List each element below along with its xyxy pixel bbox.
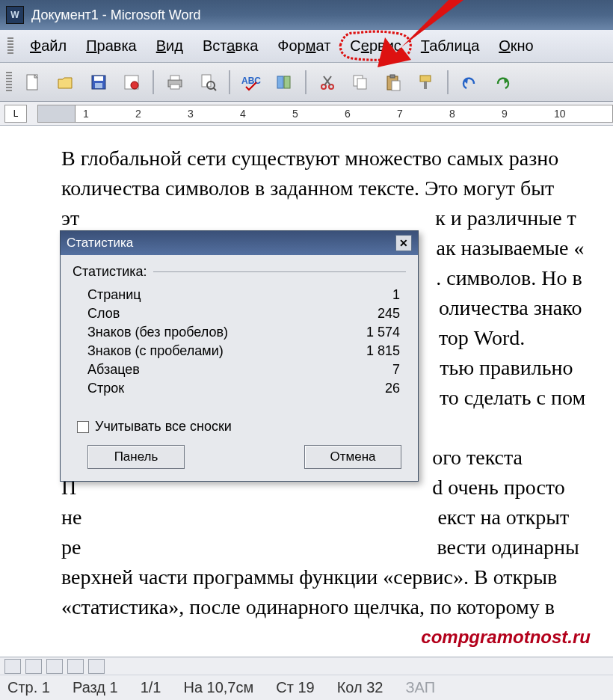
ruler-tick: 10 — [554, 108, 566, 120]
window-title: Документ1 - Microsoft Word — [31, 7, 201, 23]
doc-line: «статистика», после одинарного щелчка, п… — [61, 592, 609, 622]
stat-row: Слов245 — [73, 304, 406, 323]
doc-line: верхней части программы функции «сервис»… — [61, 562, 609, 592]
title-bar: W Документ1 - Microsoft Word — [0, 0, 613, 30]
menu-view[interactable]: ВидВид — [149, 34, 191, 58]
toolbar-grip — [6, 72, 12, 93]
toolbar-separator — [229, 70, 230, 94]
ruler-row: L 1 2 3 4 5 6 7 8 9 10 — [0, 102, 613, 126]
undo-button[interactable] — [456, 69, 483, 96]
menu-insert[interactable]: ВставкаВставка — [195, 34, 265, 58]
ruler-margin — [38, 105, 76, 122]
include-footnotes-checkbox[interactable] — [77, 421, 89, 433]
doc-line: количества символов в заданном тексте. Э… — [61, 174, 609, 203]
stat-row: Знаков (с пробелами)1 815 — [73, 342, 406, 360]
print-preview-button[interactable] — [194, 69, 221, 96]
group-label: Статистика: — [73, 264, 147, 280]
tab-selector[interactable]: L — [4, 105, 27, 123]
svg-rect-20 — [357, 79, 366, 89]
status-bar: Стр. 1 Разд 1 1/1 На 10,7см Ст 19 Кол 32… — [0, 657, 613, 700]
close-icon: ✕ — [399, 237, 408, 249]
ruler-tick: 2 — [135, 108, 141, 120]
menu-table[interactable]: ТаблицаТаблица — [413, 34, 487, 58]
standard-toolbar: ABC — [0, 63, 613, 102]
copy-button[interactable] — [347, 69, 374, 96]
stat-row: Строк26 — [73, 379, 406, 398]
research-button[interactable] — [271, 69, 298, 96]
group-divider — [153, 271, 406, 272]
status-line: Ст 19 — [276, 679, 314, 696]
panel-button[interactable]: Панель — [87, 445, 185, 469]
status-at: На 10,7см — [183, 679, 253, 696]
menubar-grip — [7, 37, 13, 55]
status-pages: 1/1 — [141, 679, 161, 696]
normal-view-button[interactable] — [4, 659, 21, 674]
svg-rect-9 — [202, 75, 211, 87]
dialog-titlebar[interactable]: Статистика ✕ — [61, 231, 418, 255]
save-button[interactable] — [85, 69, 112, 96]
outline-view-button[interactable] — [67, 659, 84, 674]
menu-edit[interactable]: ПравкаПравка — [78, 34, 144, 58]
svg-rect-14 — [284, 76, 290, 88]
svg-rect-13 — [277, 76, 283, 88]
doc-line: не екст на открыт — [61, 503, 609, 532]
menu-bar: ФФайлайл ПравкаПравка ВидВид ВставкаВста… — [0, 30, 613, 63]
web-view-button[interactable] — [25, 659, 42, 674]
svg-line-11 — [213, 88, 216, 90]
stat-row: Страниц1 — [73, 286, 406, 304]
reading-view-button[interactable] — [88, 659, 105, 674]
cancel-button[interactable]: Отмена — [304, 445, 401, 469]
svg-text:ABC: ABC — [241, 76, 261, 86]
ruler-tick: 8 — [449, 108, 455, 120]
statistics-dialog: Статистика ✕ Статистика: Страниц1 Слов24… — [60, 230, 419, 482]
checkbox-label: Учитывать все сноски — [95, 419, 232, 435]
open-button[interactable] — [52, 69, 79, 96]
svg-point-5 — [131, 82, 138, 89]
word-app-icon: W — [6, 6, 24, 24]
svg-rect-3 — [95, 83, 102, 88]
stat-row: Абзацев7 — [73, 360, 406, 379]
svg-rect-24 — [420, 76, 431, 82]
cut-button[interactable] — [314, 69, 341, 96]
status-rec: ЗАП — [405, 679, 435, 696]
print-button[interactable] — [161, 69, 188, 96]
print-layout-view-button[interactable] — [46, 659, 63, 674]
permissions-button[interactable] — [118, 69, 145, 96]
doc-line: ре вести одинарны — [61, 532, 609, 562]
stat-row: Знаков (без пробелов)1 574 — [73, 323, 406, 342]
close-button[interactable]: ✕ — [395, 235, 412, 251]
status-col: Кол 32 — [337, 679, 383, 696]
horizontal-ruler[interactable]: 1 2 3 4 5 6 7 8 9 10 — [37, 105, 613, 123]
status-section: Разд 1 — [73, 679, 118, 696]
ruler-tick: 7 — [397, 108, 403, 120]
svg-rect-25 — [424, 82, 427, 89]
toolbar-separator — [305, 70, 306, 94]
menu-window[interactable]: ОкноОкно — [491, 34, 540, 58]
ruler-tick: 6 — [345, 108, 351, 120]
toolbar-separator — [447, 70, 449, 94]
menu-tools[interactable]: СервисСервис — [342, 34, 409, 58]
svg-rect-7 — [170, 76, 179, 80]
doc-line: В глобальной сети существуют множество с… — [61, 144, 609, 174]
ruler-tick: 1 — [83, 108, 89, 120]
status-page: Стр. 1 — [7, 679, 50, 696]
dialog-title-text: Статистика — [67, 236, 133, 251]
highlight-scribble-icon — [336, 30, 414, 61]
svg-rect-8 — [170, 85, 179, 89]
doc-line: эт к и различные т — [61, 203, 609, 233]
menu-format[interactable]: ФорматФормат — [270, 34, 338, 58]
svg-rect-2 — [94, 76, 103, 81]
paste-button[interactable] — [380, 69, 407, 96]
spelling-button[interactable]: ABC — [238, 69, 265, 96]
watermark-text: compgramotnost.ru — [421, 627, 591, 648]
toolbar-separator — [153, 70, 154, 94]
redo-button[interactable] — [489, 69, 516, 96]
ruler-tick: 3 — [188, 108, 194, 120]
ruler-tick: 5 — [292, 108, 298, 120]
format-painter-button[interactable] — [413, 69, 440, 96]
menu-file[interactable]: ФФайлайл — [22, 34, 74, 58]
ruler-tick: 9 — [502, 108, 508, 120]
new-doc-button[interactable] — [19, 69, 46, 96]
svg-rect-22 — [390, 75, 395, 78]
svg-rect-23 — [392, 81, 400, 90]
